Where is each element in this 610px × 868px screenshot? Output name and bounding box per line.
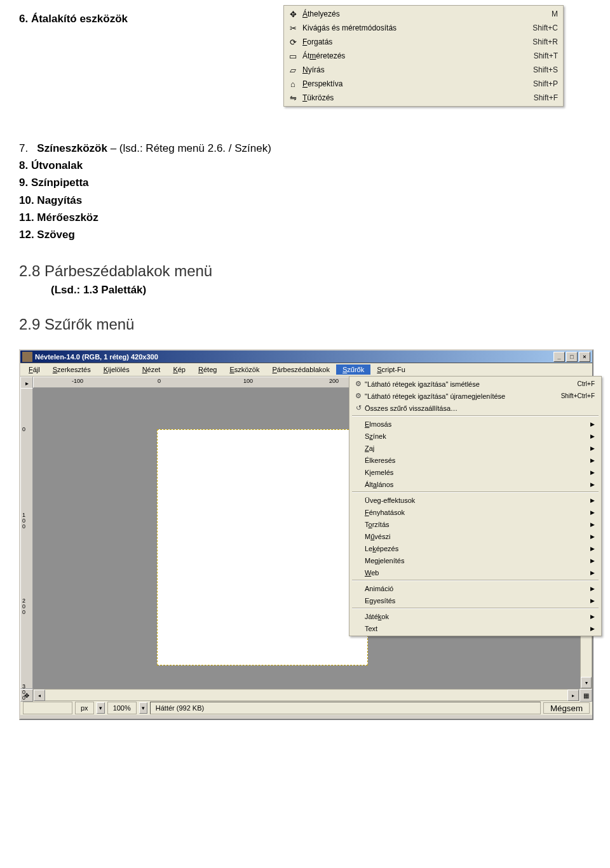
submenu-arrow-icon: ▶ [590,558,595,564]
filters-menu-item[interactable]: Text▶ [349,622,601,634]
filters-menu-item[interactable]: Játékok▶ [349,610,601,622]
filters-menu-item[interactable]: ⚙"Látható rétegek igazítása" újramegjele… [349,390,601,402]
filters-menu-item[interactable]: Kiemelés▶ [349,466,601,478]
scroll-down-icon[interactable]: ▾ [581,677,592,688]
tool-label: Nyírás [302,65,533,74]
filters-menu-item[interactable]: Leképezés▶ [349,542,601,554]
filters-menu-item[interactable]: ↺Összes szűrő visszaállítása… [349,402,601,414]
tools-menu-item[interactable]: ⟳ForgatásShift+R [285,35,562,49]
status-layer: Háttér (992 KB) [150,702,541,714]
canvas[interactable] [157,429,368,665]
tool-shortcut: Shift+F [534,93,558,102]
submenu-spacer [352,611,365,622]
tool-label: Áthelyezés [302,10,552,18]
filters-menu-item[interactable]: ⚙"Látható rétegek igazítása" ismétléseCt… [349,378,601,390]
filter-label: Torzítás [365,521,590,528]
submenu-arrow-icon: ▶ [590,570,595,576]
tool-label: Kivágás és méretmódosítás [302,23,532,32]
scroll-left-icon[interactable]: ◂ [34,690,45,701]
menubar-item[interactable]: Kép [166,364,192,375]
filter-label: Megjelenítés [365,557,590,564]
menubar-item[interactable]: Szerkesztés [46,364,97,375]
menubar-item[interactable]: Script-Fu [370,364,412,375]
zoom-dropdown-icon[interactable]: ▾ [139,702,147,714]
ruler-v-label: 0 [22,427,25,432]
scroll-h-track[interactable] [45,690,567,700]
filters-menu-item[interactable]: Torzítás▶ [349,518,601,530]
menubar-item[interactable]: Kijelölés [97,364,136,375]
submenu-spacer [352,467,365,477]
menubar-item[interactable]: Nézet [136,364,167,375]
menubar-item[interactable]: Réteg [192,364,223,375]
filters-menu-item[interactable]: Élkeresés▶ [349,454,601,466]
status-unit-select[interactable]: px [75,702,94,714]
submenu-spacer [352,479,365,490]
close-button[interactable]: × [579,352,590,362]
submenu-arrow-icon: ▶ [590,433,595,439]
submenu-spacer [352,419,365,429]
submenu-spacer [352,624,365,634]
unit-dropdown-icon[interactable]: ▾ [97,702,105,714]
tools-context-menu: ✥ÁthelyezésM✂Kivágás és méretmódosításSh… [283,5,564,107]
tools-menu-item[interactable]: ▱NyírásShift+S [285,63,562,77]
minimize-button[interactable]: _ [553,352,565,362]
menubar-item[interactable]: Eszközök [223,364,266,375]
filters-menu-item[interactable]: Animáció▶ [349,582,601,594]
tool-icon: ⟳ [287,37,299,47]
filters-menu-item[interactable]: Művészi▶ [349,530,601,542]
tools-menu-item[interactable]: ✥ÁthelyezésM [285,7,562,21]
filters-menu-item[interactable]: Színek▶ [349,430,601,442]
ruler-corner[interactable]: ▸ [20,377,33,389]
bottom-scroll-row: ✥ ◂ ▸ ▦ [20,689,592,700]
tool-icon: ✂ [287,23,299,33]
image-window: Névtelen-14.0 (RGB, 1 réteg) 420x300 _ □… [19,349,593,720]
filter-label: Animáció [365,585,590,592]
filter-shortcut: Ctrl+F [578,380,595,387]
filters-menu-item[interactable]: Megjelenítés▶ [349,554,601,566]
tool-shortcut: Shift+C [532,23,558,32]
menubar-item[interactable]: Szűrők [336,364,370,375]
tool-label: Perspektíva [302,79,533,88]
list-line-9: 9. Színpipetta [19,174,591,191]
tools-menu-item[interactable]: ⇋TükrözésShift+F [285,91,562,105]
tools-menu-item[interactable]: ⌂PerspektívaShift+P [285,77,562,91]
filters-menu-item[interactable]: Egyesítés▶ [349,594,601,606]
scroll-right-icon[interactable]: ▸ [567,690,579,701]
list-line-8: 8. Útvonalak [19,157,591,174]
ruler-v-label: 200 [22,598,25,615]
filters-menu-item[interactable]: Zaj▶ [349,442,601,454]
submenu-arrow-icon: ▶ [590,585,595,592]
tool-shortcut: Shift+P [533,79,558,88]
submenu-arrow-icon: ▶ [590,598,595,604]
filters-menu-item[interactable]: Üveg-effektusok▶ [349,494,601,506]
scrollbar-horizontal[interactable]: ◂ ▸ [33,689,580,701]
tools-menu-item[interactable]: ✂Kivágás és méretmódosításShift+C [285,21,562,35]
menubar-item[interactable]: Fájl [22,364,46,375]
filter-icon: ⚙ [352,379,365,389]
tool-shortcut: Shift+S [533,65,558,74]
filter-label: Színek [365,432,590,440]
tool-label: Tükrözés [302,93,534,102]
ruler-vertical[interactable]: 0100200300 [20,388,33,689]
doc-numbered-list: 7. Színeszközök – (lsd.: Réteg menü 2.6.… [19,140,591,243]
cancel-button[interactable]: Mégsem [543,702,590,714]
filters-menu-item[interactable]: Elmosás▶ [349,418,601,430]
status-zoom[interactable]: 100% [107,702,137,714]
filter-label: "Látható rétegek igazítása" ismétlése [365,380,578,388]
filter-label: Text [365,625,590,632]
submenu-spacer [352,556,365,566]
filters-dropdown-menu: ⚙"Látható rétegek igazítása" ismétléseCt… [349,376,602,636]
maximize-button[interactable]: □ [566,352,578,362]
section-sub-28: (Lsd.: 1.3 Paletták) [51,284,591,297]
filters-menu-item[interactable]: Általános▶ [349,478,601,490]
filters-menu-item[interactable]: Web▶ [349,566,601,578]
filters-menu-item[interactable]: Fényhatások▶ [349,506,601,518]
tool-icon: ⌂ [287,79,299,89]
zoom-preview-icon[interactable]: ▦ [580,689,592,702]
tools-menu-item[interactable]: ▭ÁtméretezésShift+T [285,49,562,63]
submenu-arrow-icon: ▶ [590,497,595,504]
filter-label: Kiemelés [365,469,590,476]
submenu-arrow-icon: ▶ [590,509,595,516]
titlebar: Névtelen-14.0 (RGB, 1 réteg) 420x300 _ □… [20,351,592,363]
menubar-item[interactable]: Párbeszédablakok [266,364,336,375]
